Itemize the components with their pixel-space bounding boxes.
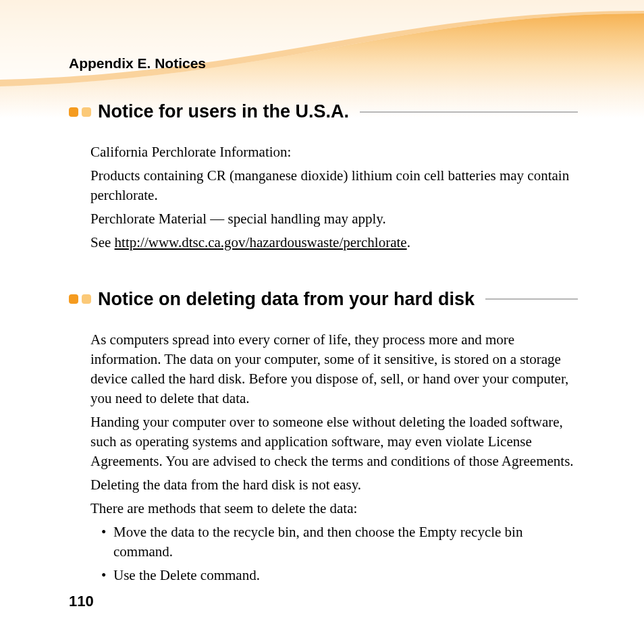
bullet-text: Use the Delete command. [113, 566, 260, 585]
appendix-title: Appendix E. Notices [69, 55, 206, 72]
text: . [407, 234, 410, 250]
para: Handing your computer over to someone el… [90, 412, 578, 471]
para: See http://www.dtsc.ca.gov/hazardouswast… [90, 233, 578, 252]
para: Deleting the data from the hard disk is … [90, 475, 578, 495]
list-item: • Move the data to the recycle bin, and … [101, 522, 578, 562]
para: There are methods that seem to delete th… [90, 499, 578, 518]
para: Perchlorate Material — special handling … [90, 209, 578, 229]
heading-rule [360, 111, 578, 113]
section-body-harddisk: As computers spread into every corner of… [69, 330, 578, 585]
section-heading-usa: Notice for users in the U.S.A. [69, 101, 578, 122]
para: California Perchlorate Information: [90, 142, 578, 162]
bullet-square-light [82, 294, 91, 304]
heading-rule [485, 298, 578, 300]
bullet-dot: • [101, 566, 113, 585]
section-body-usa: California Perchlorate Information: Prod… [69, 142, 578, 252]
perchlorate-link[interactable]: http://www.dtsc.ca.gov/hazardouswaste/pe… [115, 234, 407, 250]
para: As computers spread into every corner of… [90, 330, 578, 408]
bullet-square-orange [69, 107, 78, 117]
page-number: 110 [69, 593, 94, 610]
heading-bullets [69, 107, 91, 117]
heading-text-usa: Notice for users in the U.S.A. [98, 101, 349, 122]
bullet-text: Move the data to the recycle bin, and th… [113, 522, 578, 562]
bullet-square-light [82, 107, 91, 117]
section-heading-harddisk: Notice on deleting data from your hard d… [69, 289, 578, 310]
para: Products containing CR (manganese dioxid… [90, 166, 578, 205]
bullet-list: • Move the data to the recycle bin, and … [90, 522, 578, 585]
list-item: • Use the Delete command. [101, 566, 578, 585]
heading-text-harddisk: Notice on deleting data from your hard d… [98, 289, 475, 310]
text: See [90, 234, 115, 250]
page-content: Notice for users in the U.S.A. Californi… [69, 101, 578, 589]
bullet-square-orange [69, 294, 78, 304]
bullet-dot: • [101, 522, 113, 562]
heading-bullets [69, 294, 91, 304]
